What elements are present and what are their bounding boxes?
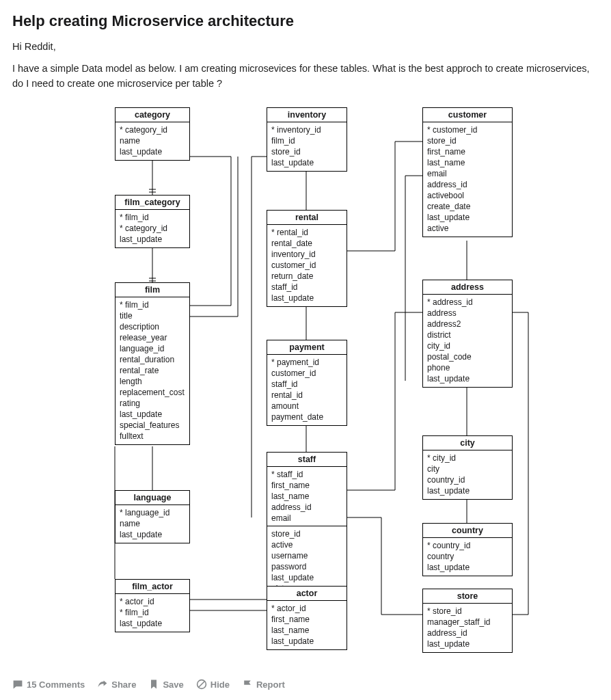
entity-field: last_update [427,485,508,496]
report-button[interactable]: Report [242,679,285,690]
entity-field: rating [120,398,185,409]
entity-field: last_update [427,373,508,384]
entity-language: language* language_idnamelast_update [115,490,190,543]
entity-field: username [271,550,342,561]
entity-fields: * customer_idstore_idfirst_namelast_name… [423,122,512,237]
entity-field: last_update [120,529,185,540]
entity-header: actor [267,587,347,601]
save-button[interactable]: Save [148,679,183,690]
entity-fields: * city_idcitycountry_idlast_update [423,450,512,499]
entity-fields: * category_idnamelast_update [116,122,189,160]
entity-field: address_id [427,628,508,638]
entity-header: film [116,283,189,297]
entity-field: title [120,310,185,321]
entity-country: country* country_idcountrylast_update [422,523,513,576]
hide-label: Hide [211,679,230,690]
entity-film-category: film_category* film_id* category_idlast_… [115,195,190,248]
entity-field: * address_id [427,297,508,308]
entity-fields: * store_idmanager_staff_idaddress_idlast… [423,604,512,652]
entity-field: store_id [271,146,342,157]
entity-field: film_id [271,135,342,146]
share-label: Share [111,679,136,690]
entity-field: customer_id [271,368,342,379]
entity-field: email [271,513,342,524]
entity-field: last_name [271,491,342,502]
share-button[interactable]: Share [97,679,136,690]
er-diagram: category* category_idnamelast_update fil… [12,98,599,671]
entity-city: city* city_idcitycountry_idlast_update [422,435,513,500]
entity-field: country [427,551,508,562]
entity-fields: * film_idtitledescriptionrelease_yearlan… [116,297,189,444]
flag-icon [242,679,253,690]
entity-actor: actor* actor_idfirst_namelast_namelast_u… [267,586,347,650]
entity-field: last_update [120,146,185,157]
entity-field: city [427,463,508,474]
entity-header: category [116,108,189,122]
entity-field: * language_id [120,507,185,518]
entity-field: manager_staff_id [427,617,508,628]
entity-field: last_update [427,212,508,223]
entity-field: * film_id [120,212,185,223]
entity-field: email [427,168,508,179]
entity-field: district [427,329,508,340]
entity-header: language [116,491,189,505]
entity-fields: * staff_idfirst_namelast_nameaddress_ide… [267,467,347,597]
entity-field: * category_id [120,124,185,135]
entity-field: phone [427,362,508,373]
comment-icon [12,679,23,690]
post-title: Help creating Microservice architecture [12,12,599,30]
entity-field: return_date [271,271,342,282]
entity-fields: * address_idaddressaddress2districtcity_… [423,295,512,387]
entity-field: length [120,376,185,387]
entity-field: country_id [427,474,508,485]
entity-field: city_id [427,340,508,351]
entity-header: staff [267,453,347,467]
entity-field: rental_date [271,238,342,249]
entity-header: address [423,280,512,295]
entity-header: rental [267,211,347,225]
entity-customer: customer* customer_idstore_idfirst_namel… [422,107,513,237]
entity-field: * store_id [427,606,508,617]
hide-button[interactable]: Hide [196,679,230,690]
entity-field: name [120,518,185,529]
entity-field: last_update [427,562,508,573]
save-label: Save [163,679,183,690]
entity-field: last_update [120,234,185,245]
entity-field: last_update [271,572,342,583]
entity-field: postal_code [427,351,508,362]
entity-field: * staff_id [271,469,342,480]
entity-field: address2 [427,319,508,329]
entity-field: inventory_id [271,249,342,260]
post-body: I have a simple Data model as below. I a… [12,62,599,92]
entity-field: * category_id [120,223,185,234]
entity-field: create_date [427,201,508,212]
entity-field: rental_duration [120,354,185,365]
entity-field: last_name [427,157,508,168]
entity-field: address [427,308,508,319]
entity-field: * inventory_id [271,124,342,135]
entity-field: payment_date [271,412,342,422]
entity-field: store_id [427,135,508,146]
entity-field: * film_id [120,299,185,310]
entity-header: country [423,524,512,538]
bookmark-icon [148,679,159,690]
entity-field: * payment_id [271,357,342,368]
entity-fields: * actor_idfirst_namelast_namelast_update [267,601,347,649]
entity-field: description [120,321,185,332]
entity-film: film* film_idtitledescriptionrelease_yea… [115,282,190,445]
entity-field: amount [271,401,342,412]
entity-header: film_actor [116,580,189,594]
entity-category: category* category_idnamelast_update [115,107,190,161]
entity-field: first_name [427,146,508,157]
entity-fields: * inventory_idfilm_idstore_idlast_update [267,122,347,171]
entity-rental: rental* rental_idrental_dateinventory_id… [267,210,347,307]
entity-field: * city_id [427,453,508,463]
entity-field: address_id [271,502,342,513]
entity-field: fulltext [120,431,185,442]
entity-field: activebool [427,190,508,201]
entity-header: film_category [116,196,189,210]
entity-field: first_name [271,614,342,625]
entity-address: address* address_idaddressaddress2distri… [422,280,513,388]
comments-button[interactable]: 15 Comments [12,679,85,690]
entity-field: release_year [120,332,185,343]
